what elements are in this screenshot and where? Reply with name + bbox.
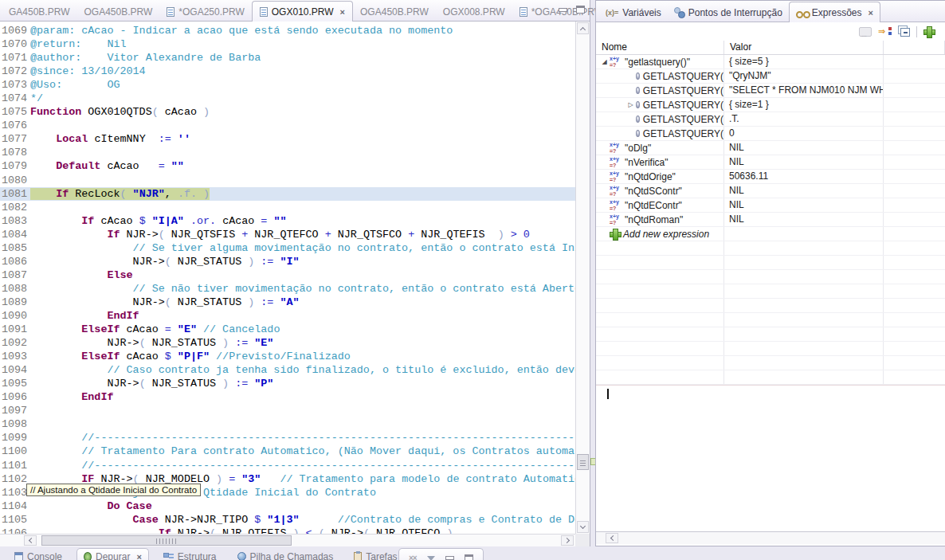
code-editor[interactable]: 1069@param: cAcao - Indicar a acao que e… [0,22,575,534]
expression-row[interactable]: GETLASTQUERY(0 [596,127,945,141]
line-number[interactable]: 1071 [0,51,30,65]
scroll-up-button[interactable] [577,22,589,34]
clear-icon[interactable]: ×× [409,554,417,560]
line-number[interactable]: 1082 [0,201,30,214]
code-line-1084[interactable]: 1084 If NJR->( NJR_QTSFIS + NJR_QTEFCO +… [0,228,575,241]
code-line-1100[interactable]: 1100 // Tratamento Para contrato Automat… [0,444,575,458]
code-line-1106[interactable]: 1106 If NJR->( NJR_QTEFIS ) < ( NJR->( N… [0,527,575,534]
code-line-1089[interactable]: 1089 NJR->( NJR_STATUS ) := "A" [0,296,575,309]
code-line-1070[interactable]: 1070@return: Nil [0,37,575,51]
line-number[interactable]: 1083 [0,214,30,228]
line-number[interactable]: 1078 [0,146,30,159]
line-number[interactable]: 1100 [0,444,30,458]
line-number[interactable]: 1080 [0,174,30,187]
line-number[interactable]: 1091 [0,323,30,336]
editor-horizontal-scrollbar[interactable] [0,534,575,546]
line-number[interactable]: 1092 [0,336,30,350]
code-line-1085[interactable]: 1085 // Se tiver alguma movimentação no … [0,241,575,255]
scroll-right-button[interactable] [561,535,574,546]
line-number[interactable]: 1099 [0,431,30,444]
expression-row[interactable]: GETLASTQUERY("QryNJM" [596,69,945,84]
code-line-1069[interactable]: 1069@param: cAcao - Indicar a acao que e… [0,24,575,37]
code-line-1073[interactable]: 1073@Uso: OG [0,78,575,92]
code-line-1087[interactable]: 1087 Else [0,268,575,282]
code-line-1083[interactable]: 1083 If cAcao $ "I|A" .or. cAcao = "" [0,214,575,228]
line-number[interactable]: 1093 [0,350,30,363]
code-line-1099[interactable]: 1099 //---------------------------------… [0,431,575,444]
vertical-scroll-thumb[interactable] [577,454,589,470]
code-line-1071[interactable]: 1071@author: Vitor Alexandre de Barba [0,51,575,65]
line-number[interactable]: 1094 [0,363,30,377]
line-number[interactable]: 1098 [0,417,30,431]
expression-row[interactable]: "nQtdEContr"NIL [596,198,945,213]
expression-row[interactable]: "nQtdSContr"NIL [596,184,945,198]
code-line-1074[interactable]: 1074*/ [0,92,575,105]
line-number[interactable]: 1105 [0,513,30,527]
horizontal-scroll-thumb[interactable] [41,535,292,546]
filter-icon[interactable] [427,556,435,560]
panel-horizontal-scrollbar[interactable] [596,531,945,544]
close-icon[interactable]: × [869,8,873,18]
line-number[interactable]: 1070 [0,37,30,51]
view-tab-console[interactable]: Console [8,548,69,560]
line-number[interactable]: 1072 [0,65,30,78]
view-tab-pilha-de-chamadas[interactable]: Pilha de Chamadas [231,548,340,560]
tab-expressões[interactable]: Expressões× [789,2,880,22]
code-line-1101[interactable]: 1101 //---------------------------------… [0,459,575,472]
code-line-1104[interactable]: 1104 Do Case [0,499,575,513]
view-tab-estrutura[interactable]: Estrutura [157,548,223,560]
column-header-value[interactable]: Valor [724,41,884,54]
code-line-1088[interactable]: 1088 // Se não tiver movimentação no con… [0,282,575,296]
line-number[interactable]: 1096 [0,390,30,404]
code-line-1096[interactable]: 1096 EndIf [0,390,575,404]
line-number[interactable]: 1077 [0,132,30,146]
code-line-1072[interactable]: 1072@since: 13/10/2014 [0,65,575,78]
collapse-icon[interactable]: ◢ [599,58,610,65]
editor-tab-ogx008prw[interactable]: OGX008.PRW [436,2,512,21]
line-number[interactable]: 1089 [0,296,30,309]
expression-row[interactable]: GETLASTQUERY(.T. [596,112,945,127]
code-line-1082[interactable]: 1082 [0,201,575,214]
expression-row[interactable]: ◢"getlastquery()"{ size=5 } [596,55,945,69]
code-line-1075[interactable]: 1075Function OGX010QTDS( cAcao ) [0,105,575,119]
line-number[interactable]: 1073 [0,78,30,92]
expression-row[interactable]: "oDlg"NIL [596,141,945,155]
line-number[interactable]: 1069 [0,24,30,37]
code-line-1076[interactable]: 1076 [0,119,575,132]
line-number[interactable]: 1101 [0,459,30,472]
code-line-1081[interactable]: 1081 If RecLock( "NJR", .f. ) [0,187,575,201]
expression-row[interactable]: ▷GETLASTQUERY({ size=1 } [596,98,945,112]
close-icon[interactable]: × [340,7,345,17]
editor-tab-oga250prw[interactable]: *OGA250.PRW [159,2,251,21]
code-line-1097[interactable]: 1097 [0,404,575,417]
maximize-icon[interactable] [576,6,585,14]
scroll-left-button[interactable] [606,533,618,543]
maximize-icon[interactable] [465,554,473,560]
line-number[interactable]: 1095 [0,377,30,390]
column-header-name[interactable]: Nome [596,41,724,54]
line-number[interactable]: 1097 [0,404,30,417]
editor-vertical-scrollbar[interactable] [575,22,590,534]
line-number[interactable]: 1104 [0,499,30,513]
code-line-1091[interactable]: 1091 ElseIf cAcao = "E" // Cancelado [0,323,575,336]
code-line-1077[interactable]: 1077 Local cItemNNY := '' [0,132,575,146]
expression-row[interactable]: "nQtdRoman"NIL [596,213,945,227]
editor-tab-oga450bprw[interactable]: OGA450B.PRW [76,2,159,21]
code-line-1094[interactable]: 1094 // Caso contrato ja tenha sido fina… [0,363,575,377]
add-expression-icon[interactable] [923,26,934,37]
expression-row[interactable]: "nVerifica"NIL [596,155,945,170]
view-tab-depurar[interactable]: Depurar× [76,548,149,560]
editor-tab-oga450bprw[interactable]: OGA450B.PRW [353,2,436,21]
line-number[interactable]: 1076 [0,119,30,132]
expression-row[interactable]: "nQtdOrige"50636.11 [596,170,945,184]
code-line-1086[interactable]: 1086 NJR->( NJR_STATUS ) := "I" [0,255,575,268]
code-line-1095[interactable]: 1095 NJR->( NJR_STATUS ) := "P" [0,377,575,390]
show-logical-structure-icon[interactable]: ⇒ [878,26,892,37]
line-number[interactable]: 1074 [0,92,30,105]
scroll-down-button[interactable] [577,521,589,533]
scroll-left-button[interactable] [24,535,37,546]
line-number[interactable]: 1075 [0,105,30,119]
editor-tab-ga450bprw[interactable]: GA450B.PRW [2,2,76,21]
line-number[interactable]: 1106 [0,527,30,534]
minimize-icon[interactable] [559,8,567,12]
